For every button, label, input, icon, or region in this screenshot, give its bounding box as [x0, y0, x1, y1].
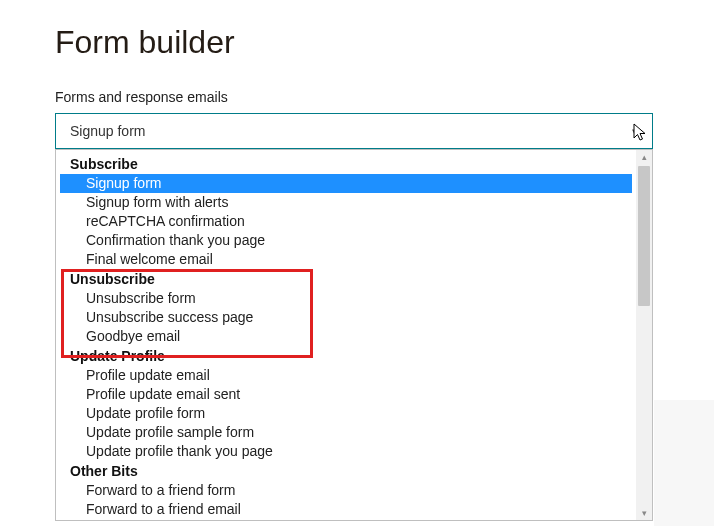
scrollbar-thumb[interactable] — [638, 166, 650, 306]
select-option[interactable]: About your list — [56, 519, 636, 520]
select-option[interactable]: Profile update email sent — [56, 385, 636, 404]
select-option[interactable]: Unsubscribe form — [56, 289, 636, 308]
select-option[interactable]: Update profile form — [56, 404, 636, 423]
select-option[interactable]: Profile update email — [56, 366, 636, 385]
select-option[interactable]: Final welcome email — [56, 250, 636, 269]
select-option[interactable]: Unsubscribe success page — [56, 308, 636, 327]
page-title: Form builder — [55, 24, 659, 61]
select-option[interactable]: reCAPTCHA confirmation — [56, 212, 636, 231]
scroll-down-icon: ▾ — [636, 506, 652, 520]
select-option[interactable]: Forward to a friend email — [56, 500, 636, 519]
chevron-down-icon: ▾ — [632, 125, 638, 138]
form-select-wrapper: Signup form ▾ SubscribeSignup formSignup… — [55, 113, 653, 149]
optgroup-label: Unsubscribe — [56, 269, 636, 289]
optgroup-label: Update Profile — [56, 346, 636, 366]
background-panel — [654, 400, 714, 526]
scrollbar[interactable]: ▴ ▾ — [636, 150, 652, 520]
select-option[interactable]: Confirmation thank you page — [56, 231, 636, 250]
select-option[interactable]: Signup form — [60, 174, 632, 193]
select-option[interactable]: Goodbye email — [56, 327, 636, 346]
select-option[interactable]: Forward to a friend form — [56, 481, 636, 500]
scroll-up-icon: ▴ — [636, 150, 652, 164]
select-option[interactable]: Update profile sample form — [56, 423, 636, 442]
form-select-value: Signup form — [70, 123, 145, 139]
select-option[interactable]: Update profile thank you page — [56, 442, 636, 461]
optgroup-label: Subscribe — [56, 154, 636, 174]
form-select-dropdown: SubscribeSignup formSignup form with ale… — [55, 149, 653, 521]
select-option[interactable]: Signup form with alerts — [56, 193, 636, 212]
form-select[interactable]: Signup form ▾ — [55, 113, 653, 149]
optgroup-label: Other Bits — [56, 461, 636, 481]
section-label: Forms and response emails — [55, 89, 659, 105]
